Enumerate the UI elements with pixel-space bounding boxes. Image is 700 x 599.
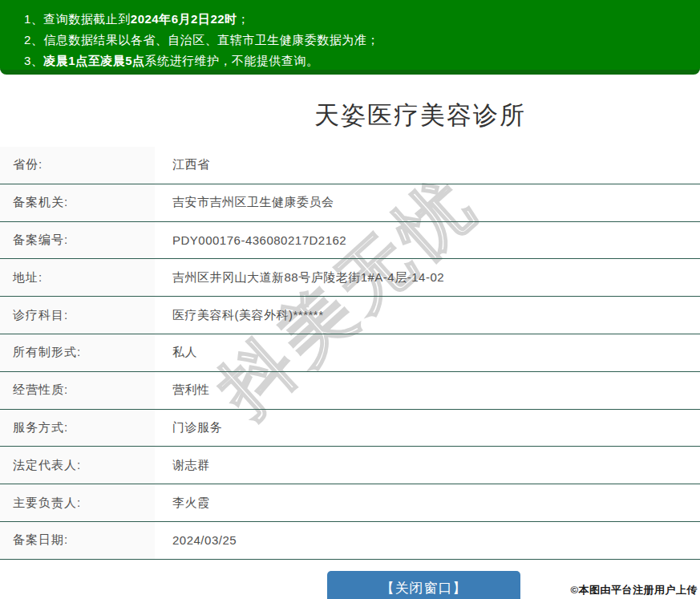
notice-line-3: 3、凌晨1点至凌晨5点系统进行维护，不能提供查询。 (24, 51, 692, 71)
close-window-button[interactable]: 【关闭窗口】 (327, 571, 520, 599)
row-label: 省份: (0, 147, 155, 184)
notice-line-3-tail: 系统进行维护，不能提供查询。 (145, 54, 319, 67)
notice-banner: 1、查询数据截止到2024年6月2日22时； 2、信息数据结果以各省、自治区、直… (0, 0, 700, 75)
table-row-filing-number: 备案编号: PDY000176-436080217D2162 (0, 222, 700, 260)
row-label: 备案机关: (0, 184, 155, 221)
row-label: 服务方式: (0, 410, 155, 447)
table-row-address: 地址: 吉州区井冈山大道新88号庐陵老街1#A-4层-14-02 (0, 259, 700, 297)
notice-line-3-text: 3、 (24, 54, 43, 67)
row-label: 主要负责人: (0, 484, 155, 521)
notice-line-3-bold: 凌晨1点至凌晨5点 (43, 54, 144, 67)
row-value: 谢志群 (155, 458, 210, 473)
table-row-filing-date: 备案日期: 2024/03/25 (0, 522, 700, 560)
row-value: 医疗美容科(美容外科)****** (155, 308, 324, 323)
notice-line-1-tail: ； (237, 12, 250, 26)
row-label: 地址: (0, 259, 155, 296)
row-value: 江西省 (155, 157, 210, 172)
row-value: 李火霞 (155, 496, 210, 511)
notice-line-1-text: 1、查询数据截止到 (24, 12, 131, 26)
table-row-ownership-form: 所有制形式: 私人 (0, 334, 700, 372)
table-row-medical-subjects: 诊疗科目: 医疗美容科(美容外科)****** (0, 297, 700, 334)
row-label: 法定代表人: (0, 447, 155, 484)
row-label: 经营性质: (0, 372, 155, 409)
row-value: PDY000176-436080217D2162 (155, 233, 346, 247)
table-row-filing-authority: 备案机关: 吉安市吉州区卫生健康委员会 (0, 184, 700, 222)
filing-detail-table: 省份: 江西省 备案机关: 吉安市吉州区卫生健康委员会 备案编号: PDY000… (0, 147, 700, 560)
table-row-service-mode: 服务方式: 门诊服务 (0, 410, 700, 447)
notice-line-2-text: 2、信息数据结果以各省、自治区、直辖市卫生健康委数据为准； (24, 33, 379, 47)
table-row-business-nature: 经营性质: 营利性 (0, 372, 700, 410)
table-row-main-person-in-charge: 主要负责人: 李火霞 (0, 484, 700, 522)
row-value: 吉州区井冈山大道新88号庐陵老街1#A-4层-14-02 (155, 270, 444, 285)
row-label: 备案日期: (0, 522, 155, 559)
row-value: 吉安市吉州区卫生健康委员会 (155, 195, 334, 210)
page-title: 天姿医疗美容诊所 (140, 99, 700, 132)
notice-line-1: 1、查询数据截止到2024年6月2日22时； (24, 9, 692, 30)
uploader-credit-stamp: ©本图由平台注册用户上传 (570, 583, 698, 597)
row-value: 门诊服务 (155, 420, 222, 435)
row-value: 营利性 (155, 382, 210, 398)
row-value: 2024/03/25 (155, 533, 237, 547)
table-row-legal-representative: 法定代表人: 谢志群 (0, 447, 700, 484)
notice-line-2: 2、信息数据结果以各省、自治区、直辖市卫生健康委数据为准； (24, 30, 692, 51)
table-row-province: 省份: 江西省 (0, 147, 700, 184)
notice-line-1-bold: 2024年6月2日22时 (131, 12, 237, 26)
row-label: 诊疗科目: (0, 297, 155, 334)
row-label: 备案编号: (0, 222, 155, 259)
row-label: 所有制形式: (0, 334, 155, 371)
row-value: 私人 (155, 345, 197, 360)
